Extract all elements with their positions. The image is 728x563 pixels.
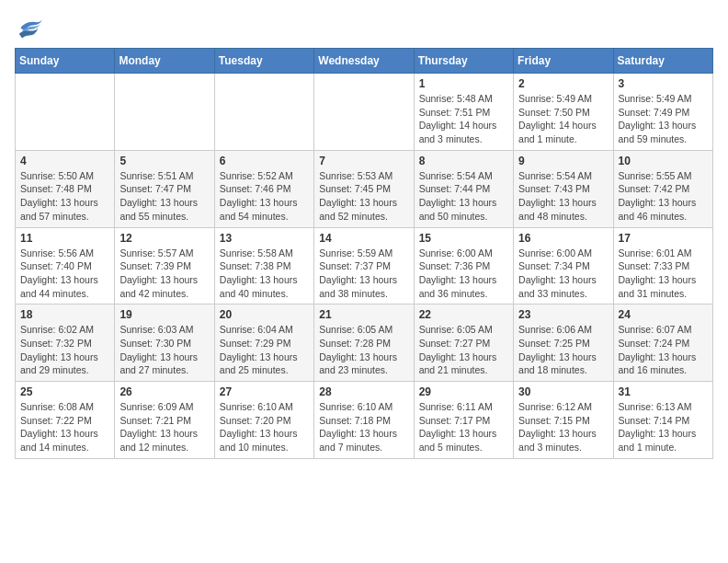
day-info: Sunrise: 6:11 AM Sunset: 7:17 PM Dayligh… bbox=[419, 400, 508, 454]
calendar-cell: 28Sunrise: 6:10 AM Sunset: 7:18 PM Dayli… bbox=[314, 382, 414, 459]
day-number: 21 bbox=[319, 308, 408, 321]
calendar-cell: 22Sunrise: 6:05 AM Sunset: 7:27 PM Dayli… bbox=[414, 304, 513, 382]
day-number: 27 bbox=[220, 385, 309, 398]
day-number: 14 bbox=[319, 232, 408, 245]
day-info: Sunrise: 5:53 AM Sunset: 7:45 PM Dayligh… bbox=[319, 169, 408, 224]
calendar-cell: 6Sunrise: 5:52 AM Sunset: 7:46 PM Daylig… bbox=[214, 150, 313, 227]
calendar-cell: 18Sunrise: 6:02 AM Sunset: 7:32 PM Dayli… bbox=[16, 304, 115, 382]
day-info: Sunrise: 5:57 AM Sunset: 7:39 PM Dayligh… bbox=[119, 247, 209, 301]
calendar-cell: 30Sunrise: 6:12 AM Sunset: 7:15 PM Dayli… bbox=[514, 382, 613, 459]
calendar-cell: 10Sunrise: 5:55 AM Sunset: 7:42 PM Dayli… bbox=[613, 150, 712, 227]
day-of-week-saturday: Saturday bbox=[613, 49, 712, 74]
day-number: 17 bbox=[619, 232, 708, 245]
day-number: 16 bbox=[518, 232, 608, 245]
day-info: Sunrise: 5:52 AM Sunset: 7:46 PM Dayligh… bbox=[220, 169, 309, 224]
day-number: 5 bbox=[119, 155, 209, 167]
calendar-cell: 11Sunrise: 5:56 AM Sunset: 7:40 PM Dayli… bbox=[16, 227, 115, 304]
day-number: 8 bbox=[419, 155, 508, 167]
day-number: 29 bbox=[419, 385, 508, 398]
calendar-cell: 3Sunrise: 5:49 AM Sunset: 7:49 PM Daylig… bbox=[613, 74, 712, 151]
day-number: 7 bbox=[319, 155, 408, 167]
day-info: Sunrise: 6:02 AM Sunset: 7:32 PM Dayligh… bbox=[20, 323, 109, 377]
day-number: 26 bbox=[119, 385, 209, 398]
day-number: 15 bbox=[419, 232, 508, 245]
day-of-week-thursday: Thursday bbox=[414, 49, 513, 74]
day-info: Sunrise: 6:10 AM Sunset: 7:18 PM Dayligh… bbox=[319, 400, 408, 454]
day-info: Sunrise: 5:51 AM Sunset: 7:47 PM Dayligh… bbox=[119, 169, 209, 224]
calendar-cell bbox=[16, 74, 115, 151]
calendar-cell: 12Sunrise: 5:57 AM Sunset: 7:39 PM Dayli… bbox=[115, 227, 214, 304]
calendar-cell: 14Sunrise: 5:59 AM Sunset: 7:37 PM Dayli… bbox=[314, 227, 414, 304]
day-number: 4 bbox=[20, 155, 109, 167]
day-info: Sunrise: 5:49 AM Sunset: 7:50 PM Dayligh… bbox=[518, 92, 608, 146]
day-number: 19 bbox=[119, 308, 209, 321]
day-number: 24 bbox=[619, 308, 708, 321]
calendar-cell: 24Sunrise: 6:07 AM Sunset: 7:24 PM Dayli… bbox=[613, 304, 712, 382]
day-info: Sunrise: 6:04 AM Sunset: 7:29 PM Dayligh… bbox=[220, 323, 309, 377]
day-info: Sunrise: 6:01 AM Sunset: 7:33 PM Dayligh… bbox=[619, 247, 708, 301]
calendar-cell: 2Sunrise: 5:49 AM Sunset: 7:50 PM Daylig… bbox=[514, 74, 613, 151]
calendar-cell: 19Sunrise: 6:03 AM Sunset: 7:30 PM Dayli… bbox=[115, 304, 214, 382]
day-info: Sunrise: 6:10 AM Sunset: 7:20 PM Dayligh… bbox=[220, 400, 309, 454]
day-info: Sunrise: 6:05 AM Sunset: 7:28 PM Dayligh… bbox=[319, 323, 408, 377]
logo-icon bbox=[15, 15, 44, 40]
day-info: Sunrise: 5:54 AM Sunset: 7:44 PM Dayligh… bbox=[419, 169, 508, 224]
day-of-week-wednesday: Wednesday bbox=[314, 49, 414, 74]
calendar-week-3: 11Sunrise: 5:56 AM Sunset: 7:40 PM Dayli… bbox=[16, 227, 713, 304]
calendar-cell: 1Sunrise: 5:48 AM Sunset: 7:51 PM Daylig… bbox=[414, 74, 513, 151]
calendar-cell: 7Sunrise: 5:53 AM Sunset: 7:45 PM Daylig… bbox=[314, 150, 414, 227]
calendar-table: SundayMondayTuesdayWednesdayThursdayFrid… bbox=[15, 48, 713, 459]
calendar-cell: 23Sunrise: 6:06 AM Sunset: 7:25 PM Dayli… bbox=[514, 304, 613, 382]
day-info: Sunrise: 6:00 AM Sunset: 7:36 PM Dayligh… bbox=[419, 247, 508, 301]
day-number: 12 bbox=[119, 232, 209, 245]
day-of-week-friday: Friday bbox=[514, 49, 613, 74]
calendar-cell: 25Sunrise: 6:08 AM Sunset: 7:22 PM Dayli… bbox=[16, 382, 115, 459]
day-number: 3 bbox=[619, 77, 708, 90]
day-number: 25 bbox=[20, 385, 109, 398]
day-info: Sunrise: 6:00 AM Sunset: 7:34 PM Dayligh… bbox=[518, 247, 608, 301]
calendar-cell: 26Sunrise: 6:09 AM Sunset: 7:21 PM Dayli… bbox=[115, 382, 214, 459]
calendar-cell: 20Sunrise: 6:04 AM Sunset: 7:29 PM Dayli… bbox=[214, 304, 313, 382]
logo bbox=[15, 15, 46, 40]
day-info: Sunrise: 5:48 AM Sunset: 7:51 PM Dayligh… bbox=[419, 92, 508, 146]
day-info: Sunrise: 6:03 AM Sunset: 7:30 PM Dayligh… bbox=[119, 323, 209, 377]
calendar-cell bbox=[115, 74, 214, 151]
day-number: 11 bbox=[20, 232, 109, 245]
calendar-cell: 31Sunrise: 6:13 AM Sunset: 7:14 PM Dayli… bbox=[613, 382, 712, 459]
calendar-week-5: 25Sunrise: 6:08 AM Sunset: 7:22 PM Dayli… bbox=[16, 382, 713, 459]
calendar-week-1: 1Sunrise: 5:48 AM Sunset: 7:51 PM Daylig… bbox=[16, 74, 713, 151]
day-info: Sunrise: 6:07 AM Sunset: 7:24 PM Dayligh… bbox=[619, 323, 708, 377]
day-number: 22 bbox=[419, 308, 508, 321]
day-of-week-monday: Monday bbox=[115, 49, 214, 74]
day-number: 2 bbox=[518, 77, 608, 90]
page-header bbox=[15, 15, 713, 40]
day-number: 31 bbox=[619, 385, 708, 398]
day-of-week-sunday: Sunday bbox=[16, 49, 115, 74]
day-info: Sunrise: 5:58 AM Sunset: 7:38 PM Dayligh… bbox=[220, 247, 309, 301]
calendar-cell: 15Sunrise: 6:00 AM Sunset: 7:36 PM Dayli… bbox=[414, 227, 513, 304]
calendar-header-row: SundayMondayTuesdayWednesdayThursdayFrid… bbox=[16, 49, 713, 74]
calendar-cell: 8Sunrise: 5:54 AM Sunset: 7:44 PM Daylig… bbox=[414, 150, 513, 227]
calendar-cell: 5Sunrise: 5:51 AM Sunset: 7:47 PM Daylig… bbox=[115, 150, 214, 227]
day-info: Sunrise: 5:50 AM Sunset: 7:48 PM Dayligh… bbox=[20, 169, 109, 224]
day-info: Sunrise: 6:05 AM Sunset: 7:27 PM Dayligh… bbox=[419, 323, 508, 377]
calendar-cell bbox=[314, 74, 414, 151]
day-info: Sunrise: 6:13 AM Sunset: 7:14 PM Dayligh… bbox=[619, 400, 708, 454]
calendar-cell: 16Sunrise: 6:00 AM Sunset: 7:34 PM Dayli… bbox=[514, 227, 613, 304]
day-info: Sunrise: 5:56 AM Sunset: 7:40 PM Dayligh… bbox=[20, 247, 109, 301]
day-number: 13 bbox=[220, 232, 309, 245]
day-info: Sunrise: 5:59 AM Sunset: 7:37 PM Dayligh… bbox=[319, 247, 408, 301]
day-info: Sunrise: 6:09 AM Sunset: 7:21 PM Dayligh… bbox=[119, 400, 209, 454]
day-number: 6 bbox=[220, 155, 309, 167]
calendar-cell: 13Sunrise: 5:58 AM Sunset: 7:38 PM Dayli… bbox=[214, 227, 313, 304]
day-number: 1 bbox=[419, 77, 508, 90]
day-number: 20 bbox=[220, 308, 309, 321]
day-info: Sunrise: 6:06 AM Sunset: 7:25 PM Dayligh… bbox=[518, 323, 608, 377]
calendar-cell: 21Sunrise: 6:05 AM Sunset: 7:28 PM Dayli… bbox=[314, 304, 414, 382]
calendar-cell: 29Sunrise: 6:11 AM Sunset: 7:17 PM Dayli… bbox=[414, 382, 513, 459]
calendar-cell: 9Sunrise: 5:54 AM Sunset: 7:43 PM Daylig… bbox=[514, 150, 613, 227]
day-info: Sunrise: 6:12 AM Sunset: 7:15 PM Dayligh… bbox=[518, 400, 608, 454]
day-number: 9 bbox=[518, 155, 608, 167]
day-info: Sunrise: 5:49 AM Sunset: 7:49 PM Dayligh… bbox=[619, 92, 708, 146]
calendar-week-2: 4Sunrise: 5:50 AM Sunset: 7:48 PM Daylig… bbox=[16, 150, 713, 227]
